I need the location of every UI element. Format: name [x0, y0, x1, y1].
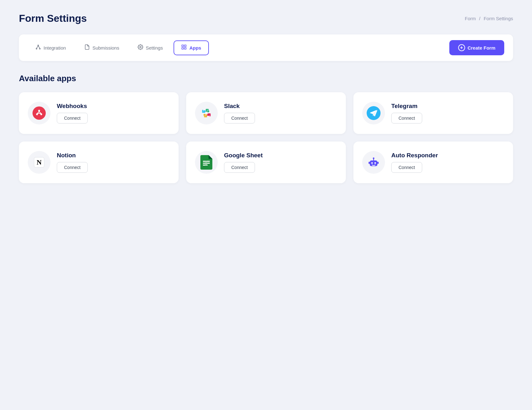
svg-rect-19 — [210, 113, 211, 117]
svg-point-37 — [373, 158, 375, 159]
svg-point-25 — [204, 114, 206, 116]
svg-line-4 — [38, 46, 40, 48]
auto-responder-icon — [367, 155, 381, 169]
svg-point-23 — [207, 110, 209, 112]
notion-icon: N — [33, 156, 45, 169]
apps-icon — [181, 44, 187, 51]
submissions-icon — [84, 44, 90, 51]
breadcrumb-current: Form Settings — [484, 16, 513, 21]
tab-settings-label: Settings — [146, 45, 163, 51]
app-card-webhooks: Webhooks Connect — [19, 92, 179, 134]
notion-name: Notion — [57, 152, 88, 159]
svg-rect-8 — [185, 47, 186, 49]
breadcrumb-parent: Form — [465, 16, 476, 21]
svg-rect-7 — [185, 45, 186, 46]
slack-name: Slack — [224, 103, 255, 110]
svg-text:N: N — [37, 158, 42, 166]
tab-integration[interactable]: Integration — [28, 40, 74, 55]
app-card-google-sheet: Google Sheet Connect — [186, 142, 346, 183]
telegram-connect-button[interactable]: Connect — [391, 113, 422, 124]
svg-rect-32 — [206, 161, 206, 166]
tab-apps[interactable]: Apps — [174, 40, 209, 55]
telegram-name: Telegram — [391, 103, 422, 110]
webhooks-info: Webhooks Connect — [57, 103, 88, 124]
svg-rect-31 — [203, 165, 208, 166]
svg-rect-38 — [369, 162, 370, 164]
create-form-label: Create Form — [468, 45, 495, 51]
svg-point-5 — [140, 46, 141, 48]
available-apps-title: Available apps — [19, 74, 513, 83]
app-card-notion: N Notion Connect — [19, 142, 179, 183]
slack-info: Slack Connect — [224, 103, 255, 124]
svg-rect-39 — [377, 162, 379, 164]
auto-responder-connect-button[interactable]: Connect — [391, 162, 422, 173]
slack-icon — [200, 106, 213, 120]
integration-icon — [35, 44, 41, 51]
telegram-info: Telegram Connect — [391, 103, 422, 124]
app-card-auto-responder: Auto Responder Connect — [353, 142, 513, 183]
tab-integration-label: Integration — [44, 45, 66, 51]
create-form-button[interactable]: + Create Form — [449, 40, 504, 55]
page-title: Form Settings — [19, 13, 87, 24]
notion-connect-button[interactable]: Connect — [57, 162, 88, 173]
app-card-slack: Slack Connect — [186, 92, 346, 134]
svg-point-35 — [375, 162, 376, 164]
google-sheet-icon-wrap — [195, 151, 218, 174]
notion-info: Notion Connect — [57, 152, 88, 173]
notion-icon-wrap: N — [28, 151, 50, 174]
google-sheet-info: Google Sheet Connect — [224, 152, 263, 173]
webhooks-connect-button[interactable]: Connect — [57, 113, 88, 124]
slack-connect-button[interactable]: Connect — [224, 113, 255, 124]
page-header: Form Settings Form / Form Settings — [19, 13, 513, 24]
telegram-icon-wrap — [362, 102, 385, 124]
google-sheet-connect-button[interactable]: Connect — [224, 162, 255, 173]
slack-icon-wrap — [195, 102, 218, 124]
svg-rect-6 — [182, 45, 183, 46]
auto-responder-info: Auto Responder Connect — [391, 152, 438, 173]
auto-responder-name: Auto Responder — [391, 152, 438, 159]
svg-rect-21 — [204, 116, 207, 118]
auto-responder-icon-wrap — [362, 151, 385, 174]
svg-rect-17 — [206, 109, 209, 110]
webhooks-icon — [33, 106, 46, 120]
settings-icon — [138, 44, 143, 51]
tab-submissions-label: Submissions — [92, 45, 119, 51]
svg-point-22 — [204, 110, 206, 112]
svg-point-34 — [371, 162, 373, 164]
svg-line-3 — [37, 46, 38, 48]
webhooks-name: Webhooks — [57, 103, 88, 110]
plus-icon: + — [458, 44, 465, 51]
tab-settings[interactable]: Settings — [130, 40, 170, 55]
svg-rect-15 — [202, 110, 204, 113]
svg-rect-9 — [182, 47, 183, 49]
google-sheet-name: Google Sheet — [224, 152, 263, 159]
apps-grid: Webhooks Connect — [19, 92, 513, 183]
telegram-icon — [367, 106, 381, 120]
breadcrumb-separator: / — [479, 16, 480, 21]
tab-apps-label: Apps — [189, 45, 201, 51]
breadcrumb: Form / Form Settings — [465, 16, 513, 21]
nav-bar: Integration Submissions Settings — [19, 34, 513, 61]
webhooks-icon-wrap — [28, 102, 50, 124]
tab-submissions[interactable]: Submissions — [77, 40, 127, 55]
app-card-telegram: Telegram Connect — [353, 92, 513, 134]
google-sheet-icon — [200, 155, 212, 170]
svg-point-24 — [207, 114, 209, 116]
